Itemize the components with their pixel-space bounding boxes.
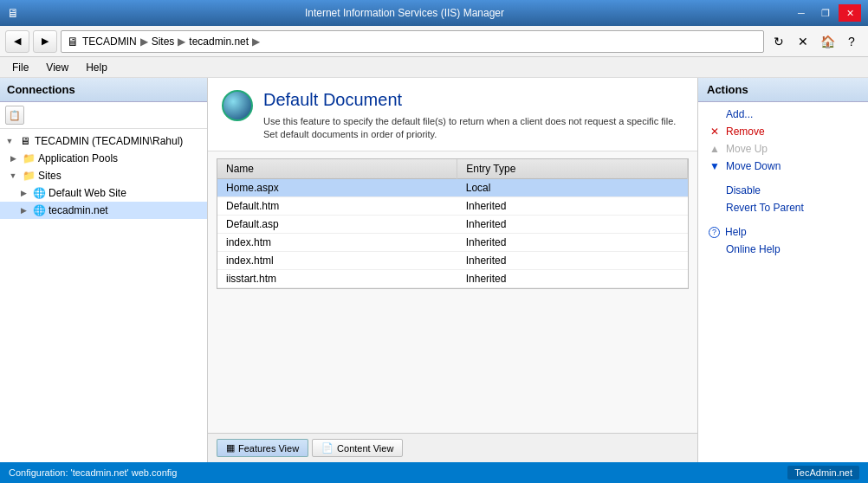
menu-file[interactable]: File (3, 60, 37, 75)
action-add-label: Add... (726, 108, 753, 120)
stop-button[interactable]: ✕ (792, 30, 814, 53)
page-title: Default Document (263, 90, 683, 110)
restore-button[interactable]: ❐ (814, 4, 837, 22)
content-view-label: Content View (337, 443, 393, 454)
action-help-label: Help (725, 226, 747, 238)
table-cell-name: iisstart.htm (217, 269, 457, 287)
actions-content: Add... ✕ Remove ▲ Move Up ▼ Move Down Di… (698, 102, 868, 462)
tree-item-defaultweb[interactable]: ▶ 🌐 Default Web Site (0, 184, 207, 202)
globe-icon-defaultweb: 🌐 (32, 186, 46, 200)
globe-icon-tecadmin: 🌐 (32, 203, 46, 217)
action-revert[interactable]: Revert To Parent (698, 199, 868, 216)
expand-icon-apppools: ▶ (7, 154, 19, 163)
move-up-icon: ▲ (709, 143, 721, 155)
main-layout: Connections 📋 ▼ 🖥 TECADMIN (TECADMIN\Rah… (0, 78, 868, 462)
help-icon: ? (709, 227, 720, 238)
menu-view[interactable]: View (37, 60, 77, 75)
content-title-block: Default Document Use this feature to spe… (263, 90, 683, 142)
forward-button[interactable]: ▶ (33, 30, 57, 53)
refresh-button[interactable]: ↻ (768, 30, 790, 53)
tree-label-sites: Sites (38, 170, 62, 182)
server-icon: 🖥 (18, 134, 32, 148)
table-row[interactable]: Default.htmInherited (217, 196, 688, 215)
address-part-3: tecadmin.net (189, 35, 249, 48)
tree-label-defaultweb: Default Web Site (49, 187, 126, 199)
remove-icon: ✕ (709, 126, 721, 138)
table-cell-name: Home.aspx (217, 178, 457, 196)
document-table: Name Entry Type Home.aspxLocalDefault.ht… (217, 159, 688, 288)
action-gap-1 (698, 175, 868, 182)
col-header-entrytype: Entry Type (457, 159, 688, 179)
table-cell-name: index.htm (217, 233, 457, 251)
table-cell-name: Default.htm (217, 196, 457, 215)
table-cell-entrytype: Inherited (457, 233, 688, 251)
menu-bar: File View Help (0, 57, 868, 78)
tree-label-tecadmin: tecadmin.net (49, 204, 108, 216)
menu-help[interactable]: Help (77, 60, 116, 75)
tree-item-server[interactable]: ▼ 🖥 TECADMIN (TECADMIN\Rahul) (0, 132, 207, 150)
features-view-label: Features View (238, 443, 299, 454)
tree-label-server: TECADMIN (TECADMIN\Rahul) (35, 135, 183, 147)
table-container: Name Entry Type Home.aspxLocalDefault.ht… (217, 158, 689, 289)
table-row[interactable]: index.htmlInherited (217, 251, 688, 269)
sidebar-tool-btn[interactable]: 📋 (5, 106, 24, 125)
help-button[interactable]: ? (840, 30, 863, 53)
view-tabs: ▦ Features View 📄 Content View (208, 433, 697, 462)
content-area: Default Document Use this feature to spe… (208, 78, 698, 462)
tree-item-apppools[interactable]: ▶ 📁 Application Pools (0, 150, 207, 167)
table-cell-entrytype: Local (457, 178, 688, 196)
table-cell-entrytype: Inherited (457, 269, 688, 287)
address-part-1: TECADMIN (82, 35, 137, 48)
content-body: Name Entry Type Home.aspxLocalDefault.ht… (208, 151, 697, 433)
title-bar-controls: ─ ❐ ✕ (790, 4, 861, 22)
features-view-icon: ▦ (226, 442, 235, 454)
action-add[interactable]: Add... (698, 106, 868, 123)
action-move-down[interactable]: ▼ Move Down (698, 158, 868, 175)
action-online-help[interactable]: Online Help (698, 241, 868, 258)
tab-content-view[interactable]: 📄 Content View (312, 439, 403, 457)
table-row[interactable]: Home.aspxLocal (217, 178, 688, 196)
action-move-up: ▲ Move Up (698, 140, 868, 158)
col-header-name: Name (217, 159, 457, 179)
tree-item-tecadmin[interactable]: ▶ 🌐 tecadmin.net (0, 202, 207, 219)
action-remove[interactable]: ✕ Remove (698, 123, 868, 140)
home-button[interactable]: 🏠 (816, 30, 839, 53)
move-down-icon: ▼ (709, 160, 721, 172)
content-globe-icon (222, 90, 253, 121)
status-left: Configuration: 'tecadmin.net' web.config (9, 467, 177, 478)
status-right: TecAdmin.net (787, 466, 859, 480)
table-cell-entrytype: Inherited (457, 196, 688, 215)
content-description: Use this feature to specify the default … (263, 115, 683, 142)
action-move-down-label: Move Down (726, 160, 781, 172)
back-button[interactable]: ◀ (5, 30, 29, 53)
tree-item-sites[interactable]: ▼ 📁 Sites (0, 167, 207, 184)
folder-icon-sites: 📁 (22, 169, 36, 183)
content-view-icon: 📄 (321, 442, 334, 454)
action-revert-label: Revert To Parent (726, 202, 804, 214)
title-bar: 🖥 Internet Information Services (IIS) Ma… (0, 0, 868, 26)
folder-icon-apppools: 📁 (22, 151, 36, 165)
table-row[interactable]: iisstart.htmInherited (217, 269, 688, 287)
sidebar-toolbar: 📋 (0, 102, 207, 129)
table-row[interactable]: Default.aspInherited (217, 215, 688, 233)
tree-label-apppools: Application Pools (38, 152, 118, 164)
close-button[interactable]: ✕ (839, 4, 861, 22)
status-bar: Configuration: 'tecadmin.net' web.config… (0, 462, 868, 483)
minimize-button[interactable]: ─ (790, 4, 813, 22)
table-row[interactable]: index.htmInherited (217, 233, 688, 251)
address-part-2: Sites (152, 35, 175, 48)
expand-icon: ▼ (3, 137, 16, 145)
action-help[interactable]: ? Help (698, 223, 868, 241)
table-cell-entrytype: Inherited (457, 251, 688, 269)
action-move-up-label: Move Up (726, 143, 768, 155)
address-field[interactable]: 🖥 TECADMIN ▶ Sites ▶ tecadmin.net ▶ (61, 30, 764, 53)
title-bar-title: Internet Information Services (IIS) Mana… (19, 7, 790, 19)
tab-features-view[interactable]: ▦ Features View (217, 439, 308, 457)
action-disable[interactable]: Disable (698, 182, 868, 199)
action-disable-label: Disable (726, 184, 761, 196)
actions-panel: Actions Add... ✕ Remove ▲ Move Up ▼ Move… (698, 78, 868, 462)
table-cell-entrytype: Inherited (457, 215, 688, 233)
expand-icon-sites: ▼ (7, 171, 19, 180)
expand-icon-defaultweb: ▶ (17, 189, 29, 197)
address-bar: ◀ ▶ 🖥 TECADMIN ▶ Sites ▶ tecadmin.net ▶ … (0, 26, 868, 57)
